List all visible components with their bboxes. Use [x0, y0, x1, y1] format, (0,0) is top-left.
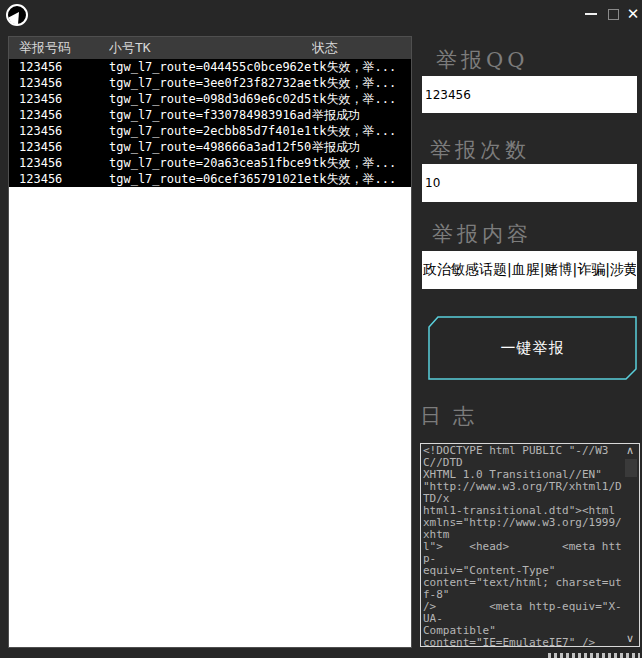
- titlebar: ✕: [0, 0, 642, 30]
- cell-account-tk: tgw_l7_route=498666a3ad12f50...: [109, 139, 312, 155]
- cell-status: tk失效，举...: [312, 75, 411, 91]
- table-row[interactable]: 123456 tgw_l7_route=044455c0bce962e... t…: [9, 59, 411, 75]
- table-row[interactable]: 123456 tgw_l7_route=2ecbb85d7f401e1... t…: [9, 123, 411, 139]
- report-count-label: 举报次数: [430, 136, 530, 164]
- report-count-input[interactable]: [422, 164, 637, 202]
- table-row[interactable]: 123456 tgw_l7_route=498666a3ad12f50... 举…: [9, 139, 411, 155]
- scroll-up-icon[interactable]: ∧: [622, 444, 638, 458]
- header-status: 状态: [312, 37, 411, 59]
- cell-report-number: 123456: [9, 91, 109, 107]
- cell-account-tk: tgw_l7_route=06cef365791021e...: [109, 171, 312, 187]
- report-qq-label: 举报QQ: [436, 46, 528, 74]
- cell-report-number: 123456: [9, 155, 109, 171]
- report-qq-input[interactable]: [422, 76, 637, 113]
- cell-status: tk失效，举...: [312, 91, 411, 107]
- cell-status: tk失效，举...: [312, 59, 411, 75]
- cell-status: tk失效，举...: [312, 123, 411, 139]
- report-content-input[interactable]: [422, 251, 637, 289]
- maximize-button[interactable]: [602, 0, 624, 28]
- table-row[interactable]: 123456 tgw_l7_route=06cef365791021e... t…: [9, 171, 411, 187]
- table-row[interactable]: 123456 tgw_l7_route=3ee0f23f82732ae... t…: [9, 75, 411, 91]
- cell-status: 举报成功: [312, 107, 411, 123]
- one-click-report-button[interactable]: 一键举报: [428, 316, 637, 380]
- app-logo-icon: [5, 3, 29, 27]
- report-table[interactable]: 举报号码 小号TK 状态 123456 tgw_l7_route=044455c…: [8, 36, 412, 648]
- cell-status: 举报成功: [312, 139, 411, 155]
- table-row[interactable]: 123456 tgw_l7_route=f330784983916ad... 举…: [9, 107, 411, 123]
- scrollbar-thumb[interactable]: [625, 459, 637, 477]
- app-window: { "titlebar": { "minimize_glyph": "─", "…: [0, 0, 642, 658]
- log-label: 日志: [420, 402, 486, 430]
- header-report-number: 举报号码: [9, 37, 109, 59]
- log-text: <!DOCTYPE html PUBLIC "-//W3C//DTD XHTML…: [423, 445, 623, 647]
- log-output[interactable]: <!DOCTYPE html PUBLIC "-//W3C//DTD XHTML…: [420, 443, 640, 647]
- cell-account-tk: tgw_l7_route=2ecbb85d7f401e1...: [109, 123, 312, 139]
- cell-status: tk失效，举...: [312, 155, 411, 171]
- clipped-text-fragment: [548, 653, 640, 658]
- cell-account-tk: tgw_l7_route=f330784983916ad...: [109, 107, 312, 123]
- cell-report-number: 123456: [9, 75, 109, 91]
- table-header-row: 举报号码 小号TK 状态: [9, 37, 411, 59]
- cell-account-tk: tgw_l7_route=044455c0bce962e...: [109, 59, 312, 75]
- cell-account-tk: tgw_l7_route=20a63cea51fbce9...: [109, 155, 312, 171]
- cell-account-tk: tgw_l7_route=098d3d69e6c02d5...: [109, 91, 312, 107]
- header-account-tk: 小号TK: [109, 37, 312, 59]
- close-button[interactable]: ✕: [622, 0, 642, 28]
- cell-account-tk: tgw_l7_route=3ee0f23f82732ae...: [109, 75, 312, 91]
- table-row[interactable]: 123456 tgw_l7_route=098d3d69e6c02d5... t…: [9, 91, 411, 107]
- submit-button-label: 一键举报: [501, 339, 565, 357]
- cell-report-number: 123456: [9, 123, 109, 139]
- cell-report-number: 123456: [9, 107, 109, 123]
- table-row[interactable]: 123456 tgw_l7_route=20a63cea51fbce9... t…: [9, 155, 411, 171]
- cell-status: tk失效，举...: [312, 171, 411, 187]
- cell-report-number: 123456: [9, 59, 109, 75]
- scroll-down-icon[interactable]: ∨: [622, 632, 638, 646]
- minimize-button[interactable]: [580, 0, 602, 28]
- report-content-label: 举报内容: [432, 220, 532, 248]
- cell-report-number: 123456: [9, 139, 109, 155]
- cell-report-number: 123456: [9, 171, 109, 187]
